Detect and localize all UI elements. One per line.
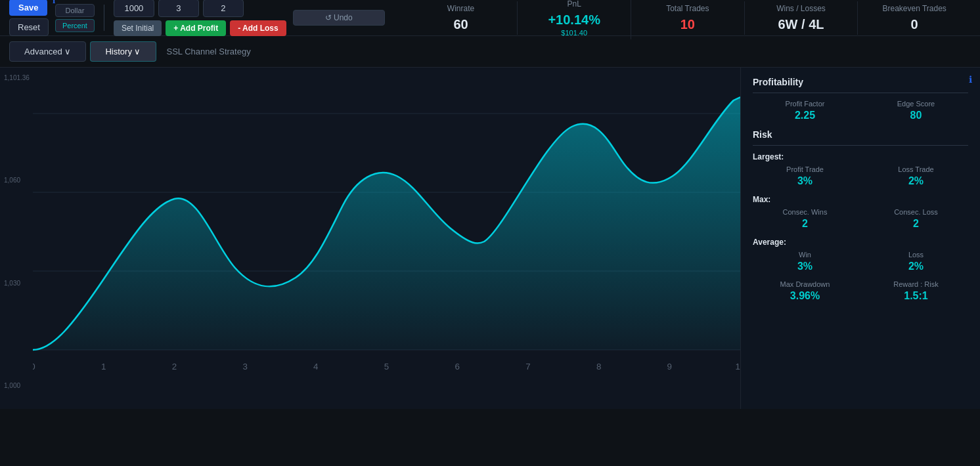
max-label: Max: — [753, 195, 968, 204]
largest-label: Largest: — [753, 152, 968, 161]
loss-trade-label: Loss Trade — [898, 165, 933, 173]
svg-text:8: 8 — [596, 362, 601, 371]
winrate-value: 60 — [453, 17, 468, 32]
pnl-label: PnL — [568, 0, 581, 9]
add-loss-button[interactable]: - Add Loss — [230, 20, 286, 36]
set-initial-button[interactable]: Set Initial — [114, 20, 162, 36]
profit-factor-label: Profit Factor — [786, 100, 825, 108]
edge-score-cell: Edge Score 80 — [864, 100, 968, 121]
edge-score-label: Edge Score — [897, 100, 935, 108]
profitability-divider — [753, 93, 968, 93]
svg-text:7: 7 — [525, 362, 530, 371]
wins-losses-label: Wins / Losses — [776, 4, 826, 13]
dollar-toggle[interactable]: Dollar — [55, 4, 95, 17]
loss-trade-cell: Loss Trade 2% — [864, 165, 968, 187]
sidebar-info-icon[interactable]: ℹ — [969, 74, 972, 85]
max-drawdown-cell: Max Drawdown 3.96% — [753, 280, 857, 302]
sidebar: ℹ Profitability Profit Factor 2.25 Edge … — [740, 68, 980, 409]
add-profit-button[interactable]: + Add Profit — [166, 20, 226, 36]
strategy-label: SSL Channel Strategy — [167, 47, 251, 56]
svg-text:3: 3 — [242, 362, 247, 371]
avg-loss-cell: Loss 2% — [864, 251, 968, 272]
average-label: Average: — [753, 238, 968, 247]
svg-text:1: 1 — [101, 362, 106, 371]
avg-win-cell: Win 3% — [753, 251, 857, 272]
y-label-3: 1,030 — [4, 280, 30, 287]
input-group — [114, 0, 286, 17]
winrate-label: Winrate — [447, 4, 474, 13]
stat-total-trades: Total Trades 10 — [631, 1, 745, 35]
pnl-sub: $101.40 — [561, 29, 587, 37]
breakeven-label: Breakeven Trades — [882, 4, 946, 13]
advanced-button[interactable]: Advanced ∨ — [9, 41, 86, 62]
largest-metrics: Profit Trade 3% Loss Trade 2% — [753, 165, 968, 187]
svg-text:5: 5 — [384, 362, 389, 371]
chart-svg: 0 1 2 3 4 5 6 7 8 9 10 — [33, 74, 740, 389]
consec-loss-label: Consec. Loss — [894, 208, 938, 216]
consec-loss-value: 2 — [913, 218, 919, 230]
profit-factor-cell: Profit Factor 2.25 — [753, 100, 857, 121]
avg-loss-value: 2% — [908, 261, 924, 272]
chart-area: 1,101.36 1,060 1,030 1,000 0 1 — [0, 68, 740, 409]
save-button[interactable]: Save — [9, 0, 47, 16]
breakeven-value: 0 — [911, 17, 918, 32]
reset-button[interactable]: Reset — [9, 18, 49, 36]
svg-text:6: 6 — [455, 362, 459, 371]
undo-button[interactable]: ↺ Undo — [293, 10, 385, 26]
total-trades-value: 10 — [680, 17, 695, 32]
input-2[interactable] — [158, 0, 199, 17]
consec-wins-label: Consec. Wins — [783, 208, 828, 216]
main-content: 1,101.36 1,060 1,030 1,000 0 1 — [0, 68, 980, 409]
avg-win-value: 3% — [797, 261, 813, 272]
top-bar: ℹ Save Reset Dollar Percent ℹ Set Initia… — [0, 0, 980, 36]
max-section: Max: Consec. Wins 2 Consec. Loss 2 — [753, 195, 968, 230]
action-row: Set Initial + Add Profit - Add Loss — [114, 20, 286, 36]
y-label-top: 1,101.36 — [4, 74, 30, 81]
max-drawdown-label: Max Drawdown — [780, 280, 830, 288]
svg-text:10: 10 — [736, 362, 740, 371]
max-metrics: Consec. Wins 2 Consec. Loss 2 — [753, 208, 968, 230]
max-drawdown-value: 3.96% — [790, 290, 820, 302]
profit-trade-value: 3% — [797, 175, 813, 187]
consec-wins-value: 2 — [802, 218, 808, 230]
average-metrics: Win 3% Loss 2% — [753, 251, 968, 272]
input-3[interactable] — [203, 0, 244, 17]
divider-1 — [104, 5, 104, 31]
y-label-bottom: 1,000 — [4, 382, 30, 389]
consec-wins-cell: Consec. Wins 2 — [753, 208, 857, 230]
history-button[interactable]: History ∨ — [90, 41, 156, 62]
nav-row: Advanced ∨ History ∨ SSL Channel Strateg… — [0, 36, 980, 68]
percent-toggle[interactable]: Percent — [55, 19, 95, 32]
consec-loss-cell: Consec. Loss 2 — [864, 208, 968, 230]
stat-pnl: PnL +10.14% $101.40 — [518, 0, 631, 39]
svg-text:0: 0 — [33, 362, 35, 371]
pnl-value: +10.14% — [548, 12, 600, 28]
input-1[interactable] — [114, 0, 154, 17]
svg-text:9: 9 — [667, 362, 672, 371]
risk-divider — [753, 145, 968, 146]
y-label-2: 1,060 — [4, 177, 30, 184]
average-section: Average: Win 3% Loss 2% — [753, 238, 968, 272]
profitability-metrics: Profit Factor 2.25 Edge Score 80 — [753, 100, 968, 121]
avg-win-label: Win — [799, 251, 811, 259]
profit-trade-cell: Profit Trade 3% — [753, 165, 857, 187]
reward-risk-label: Reward : Risk — [893, 280, 938, 288]
total-trades-label: Total Trades — [666, 4, 709, 13]
reward-risk-cell: Reward : Risk 1.5:1 — [864, 280, 968, 302]
avg-loss-label: Loss — [908, 251, 924, 259]
stat-breakeven: Breakeven Trades 0 — [858, 1, 971, 35]
y-axis-labels: 1,101.36 1,060 1,030 1,000 — [4, 74, 30, 389]
largest-section: Largest: Profit Trade 3% Loss Trade 2% — [753, 152, 968, 187]
dollar-percent-toggle: Dollar Percent — [55, 4, 95, 32]
reward-risk-value: 1.5:1 — [904, 290, 927, 302]
drawdown-metrics: Max Drawdown 3.96% Reward : Risk 1.5:1 — [753, 280, 968, 302]
loss-trade-value: 2% — [908, 175, 924, 187]
stat-wins-losses: Wins / Losses 6W / 4L — [745, 1, 858, 35]
profit-trade-label: Profit Trade — [786, 165, 824, 173]
svg-text:4: 4 — [313, 362, 318, 371]
edge-score-value: 80 — [910, 110, 922, 121]
stat-winrate: Winrate 60 — [405, 1, 518, 35]
svg-text:2: 2 — [172, 362, 177, 371]
wins-losses-value: 6W / 4L — [778, 17, 824, 32]
info-icon-1[interactable]: ℹ — [53, 0, 55, 5]
